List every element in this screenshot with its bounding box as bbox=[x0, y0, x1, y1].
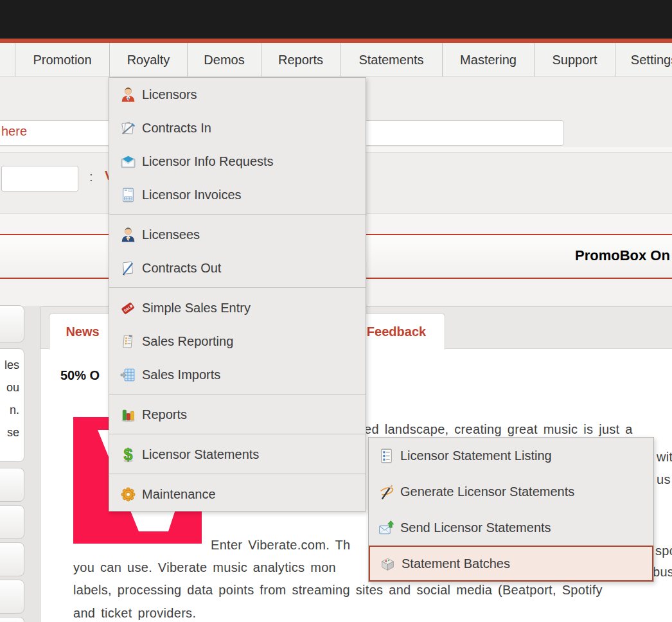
magic-wand-icon bbox=[378, 483, 395, 501]
menu-item-licensor-info-requests[interactable]: Licensor Info Requests bbox=[109, 145, 366, 178]
menu-item-label: Sales Reporting bbox=[142, 334, 233, 349]
sidebar-text-box: les ou n. se bbox=[0, 348, 24, 462]
submenu-item-generate-licensor-statements[interactable]: Generate Licensor Statements bbox=[369, 474, 653, 510]
submenu-item-licensor-statement-listing[interactable]: Licensor Statement Listing bbox=[369, 438, 653, 474]
news-paragraph-line: Enter Viberate.com. Th bbox=[211, 538, 351, 553]
promobox-banner-title: PromoBox On bbox=[575, 247, 670, 264]
menu-item-sales-reporting[interactable]: Sales Reporting bbox=[109, 324, 366, 358]
nav-item-promotion[interactable]: Promotion bbox=[15, 43, 109, 76]
sidebar-button[interactable] bbox=[0, 468, 24, 502]
news-paragraph-line: you can use. Viberate music analytics mo… bbox=[73, 560, 336, 575]
sidebar-button[interactable] bbox=[0, 505, 24, 539]
news-paragraph-line: labels, processing data points from stre… bbox=[73, 583, 603, 598]
menu-item-contracts-out[interactable]: Contracts Out bbox=[109, 251, 366, 285]
menu-item-label: Licensors bbox=[142, 87, 197, 102]
here-link[interactable]: here bbox=[1, 124, 27, 139]
news-paragraph-line: and ticket providers. bbox=[73, 606, 196, 621]
send-envelope-icon bbox=[378, 519, 395, 537]
sidebar-text-fragment: ou bbox=[0, 377, 19, 399]
sales-report-icon bbox=[119, 333, 137, 350]
submenu-item-label: Licensor Statement Listing bbox=[400, 449, 552, 463]
menu-separator bbox=[109, 287, 366, 288]
sidebar-text-fragment: les bbox=[0, 354, 19, 377]
submenu-item-label: Send Licensor Statements bbox=[400, 520, 551, 535]
submenu-item-label: Statement Batches bbox=[402, 556, 510, 571]
menu-item-label: Licensor Info Requests bbox=[142, 154, 274, 169]
nav-item-settings[interactable]: Settings bbox=[615, 43, 672, 76]
person-red-icon bbox=[119, 86, 137, 103]
list-icon bbox=[378, 447, 395, 465]
filter-input[interactable] bbox=[1, 166, 78, 191]
filter-separator: : bbox=[89, 170, 93, 184]
menu-separator bbox=[109, 474, 366, 474]
document-pen-icon bbox=[119, 260, 137, 277]
bar-chart-icon bbox=[119, 406, 137, 423]
batch-cube-icon bbox=[379, 555, 396, 573]
sale-tag-icon: SALE bbox=[119, 299, 137, 317]
news-paragraph-fragment: us bbox=[657, 472, 671, 487]
sidebar-text-fragment: se bbox=[0, 422, 19, 444]
menu-item-label: Contracts Out bbox=[142, 261, 221, 276]
news-paragraph-fragment: bus bbox=[653, 565, 672, 580]
menu-item-label: Sales Imports bbox=[142, 368, 220, 382]
main-navbar: Promotion Royalty Demos Reports Statemen… bbox=[0, 43, 672, 77]
person-blue-icon bbox=[119, 226, 137, 244]
menu-item-label: Licensor Invoices bbox=[142, 188, 242, 202]
menu-item-label: Licensees bbox=[142, 227, 200, 242]
svg-text:$: $ bbox=[124, 446, 133, 463]
news-paragraph-fragment: spo bbox=[655, 544, 672, 558]
nav-item-statements[interactable]: Statements bbox=[340, 43, 442, 76]
menu-separator bbox=[109, 394, 366, 395]
menu-item-licensor-statements[interactable]: $ Licensor Statements bbox=[109, 438, 366, 471]
royalty-dropdown-menu: Licensors Contracts In Licensor Info Req… bbox=[109, 77, 366, 511]
contracts-pen-icon bbox=[119, 120, 137, 137]
news-paragraph-fragment: wit bbox=[657, 450, 672, 465]
submenu-item-send-licensor-statements[interactable]: Send Licensor Statements bbox=[369, 510, 653, 546]
nav-item-royalty[interactable]: Royalty bbox=[109, 43, 187, 76]
menu-item-licensor-invoices[interactable]: Licensor Invoices bbox=[109, 178, 366, 211]
menu-item-label: Licensor Statements bbox=[142, 447, 259, 462]
spreadsheet-import-icon bbox=[119, 366, 137, 384]
invoice-document-icon bbox=[119, 186, 137, 204]
menu-item-label: Contracts In bbox=[142, 121, 211, 136]
submenu-item-label: Generate Licensor Statements bbox=[400, 484, 574, 499]
nav-item-demos[interactable]: Demos bbox=[187, 43, 261, 76]
menu-item-sales-imports[interactable]: Sales Imports bbox=[109, 358, 366, 391]
menu-item-reports[interactable]: Reports bbox=[109, 398, 366, 431]
submenu-item-statement-batches[interactable]: Statement Batches bbox=[369, 546, 653, 582]
app-header-bar bbox=[0, 0, 672, 39]
licensor-statements-submenu: Licensor Statement Listing Generate Lice… bbox=[368, 437, 654, 582]
accent-divider bbox=[0, 39, 672, 43]
menu-item-licensees[interactable]: Licensees bbox=[109, 218, 366, 251]
nav-item-reports[interactable]: Reports bbox=[261, 43, 340, 76]
open-envelope-icon bbox=[119, 153, 137, 170]
dollar-icon: $ bbox=[119, 446, 137, 463]
sidebar-text-fragment: n. bbox=[0, 399, 19, 422]
menu-separator bbox=[109, 214, 366, 215]
news-paragraph-line: ed landscape, creating great music is ju… bbox=[364, 422, 633, 437]
menu-separator bbox=[109, 434, 366, 434]
news-headline: 50% O bbox=[60, 368, 100, 383]
menu-item-maintenance[interactable]: Maintenance bbox=[109, 477, 366, 511]
gear-icon bbox=[119, 486, 137, 503]
sidebar-box-top[interactable] bbox=[0, 305, 24, 342]
menu-item-licensors[interactable]: Licensors bbox=[109, 78, 366, 111]
nav-item-mastering[interactable]: Mastering bbox=[442, 43, 534, 76]
menu-item-label: Maintenance bbox=[142, 487, 216, 502]
menu-item-label: Reports bbox=[142, 407, 187, 422]
menu-item-contracts-in[interactable]: Contracts In bbox=[109, 111, 366, 145]
tab-news[interactable]: News bbox=[49, 313, 116, 350]
sidebar-button[interactable] bbox=[0, 617, 24, 622]
nav-item-support[interactable]: Support bbox=[534, 43, 615, 76]
menu-item-label: Simple Sales Entry bbox=[142, 301, 251, 315]
sidebar-button[interactable] bbox=[0, 580, 24, 614]
menu-item-simple-sales-entry[interactable]: SALE Simple Sales Entry bbox=[109, 291, 366, 324]
sidebar-button[interactable] bbox=[0, 542, 24, 576]
